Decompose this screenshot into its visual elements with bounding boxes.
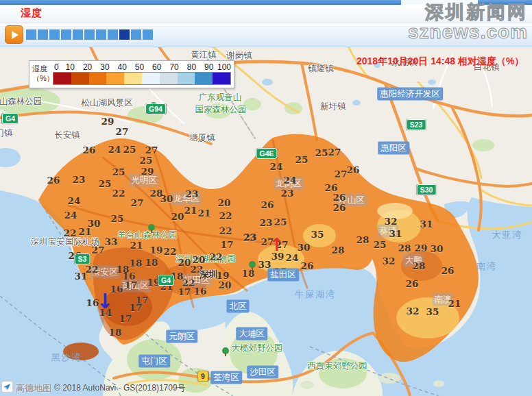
humidity-value: 17	[130, 302, 143, 313]
district-label: 沙田区	[247, 366, 278, 379]
humidity-value: 25	[295, 154, 309, 165]
humidity-value: 25	[315, 147, 328, 158]
humidity-value: 24	[68, 195, 81, 206]
humidity-value: 18	[242, 268, 255, 279]
town-label: 长安镇	[54, 129, 80, 141]
legend-label-line2: （%）	[32, 74, 50, 84]
amap-brand-name: 高德地图	[16, 382, 51, 395]
humidity-value: 18	[109, 327, 122, 338]
humidity-value: 28	[413, 260, 426, 271]
humidity-value: 26	[83, 145, 96, 156]
park-label: 广东观音山	[199, 92, 242, 103]
town-label: 塘厦镇	[189, 132, 215, 144]
humidity-value: 20	[218, 197, 231, 208]
humidity-legend: 湿度 （%） 0102030405060708090100	[29, 60, 234, 88]
legend-tick: 10	[66, 62, 75, 72]
district-label: 荃湾区	[210, 371, 242, 384]
district-label: 盐田区	[267, 269, 299, 282]
humidity-value: 26	[333, 202, 346, 213]
timeline-step[interactable]	[49, 29, 60, 40]
map-attribution: 高德地图 © 2018 AutoNavi - GS(2018)1709号	[1, 381, 186, 395]
humidity-value: 26	[406, 278, 419, 289]
humidity-value: 23	[260, 217, 273, 228]
humidity-value: 35	[426, 306, 439, 317]
timeline-step[interactable]	[131, 29, 141, 40]
humidity-value: 26	[301, 260, 314, 271]
humidity-value: 25	[111, 213, 124, 224]
legend-tick: 100	[217, 62, 231, 72]
legend-swatch	[178, 73, 195, 84]
town-label: 谢岗镇	[226, 50, 252, 62]
water-label: 黑沙湾	[51, 351, 82, 364]
humidity-value: 29	[101, 116, 114, 127]
timeline-step[interactable]	[61, 29, 71, 40]
humidity-value: 23	[73, 174, 86, 185]
water-label: 牛屎湖湾	[295, 288, 336, 301]
humidity-value: 21	[79, 226, 92, 237]
district-label: 北区	[227, 300, 250, 313]
humidity-value: 27	[116, 126, 129, 137]
copyright-text: © 2018 AutoNavi - GS(2018)1709号	[54, 382, 186, 394]
humidity-value: 25	[140, 155, 153, 166]
humidity-value: 29	[415, 243, 428, 253]
humidity-value: 22	[219, 210, 232, 221]
humidity-value: 23	[281, 188, 294, 199]
watermark-line1: 深圳新闻网	[408, 3, 528, 23]
legend-swatch	[142, 73, 160, 84]
humidity-value: 24	[286, 252, 299, 263]
humidity-value: 21	[130, 240, 143, 251]
humidity-value: 17	[125, 280, 138, 290]
timeline-steps	[26, 29, 153, 40]
timeline-step[interactable]	[108, 29, 118, 40]
timeline-step[interactable]	[84, 29, 95, 40]
humidity-value: 28	[356, 234, 370, 245]
humidity-value: 27	[145, 145, 158, 156]
wind-arrow-icon: ↓	[96, 291, 113, 312]
district-label: 惠阳经济开发区	[377, 88, 443, 101]
humidity-value: 24	[64, 210, 77, 221]
play-button[interactable]	[5, 25, 23, 44]
timeline-step[interactable]	[119, 29, 130, 40]
humidity-value: 22	[112, 188, 125, 199]
timeline-step[interactable]	[143, 29, 153, 40]
humidity-value: 26	[333, 192, 346, 203]
humidity-value: 24	[108, 144, 121, 155]
city-label: 深圳	[200, 269, 218, 281]
legend-label-line1: 湿度	[32, 64, 50, 74]
watermark-line2: sznews.com	[408, 23, 528, 42]
district-label: 屯门区	[138, 355, 170, 368]
humidity-value: 24	[284, 175, 297, 186]
watermark: 深圳新闻网 sznews.com	[408, 3, 528, 42]
road-shield: 9	[197, 371, 208, 382]
town-label: 门镇	[0, 127, 13, 139]
district-label: 元朗区	[166, 330, 197, 343]
legend-tick: 50	[135, 62, 144, 72]
legend-tick: 40	[118, 62, 127, 72]
town-label: 新圩镇	[320, 101, 346, 112]
humidity-value: 26	[47, 175, 60, 186]
timeline-step[interactable]	[38, 29, 48, 40]
humidity-value: 25	[112, 166, 125, 177]
humidity-value: 30	[298, 242, 311, 253]
timeline-step[interactable]	[26, 29, 36, 40]
town-label: 黄江镇	[191, 49, 217, 61]
legend-color-scale	[53, 72, 231, 85]
humidity-value: 32	[407, 306, 420, 317]
humidity-value: 24	[270, 161, 283, 172]
timeline-step[interactable]	[73, 29, 83, 40]
water-label: 大亚湾	[492, 229, 523, 241]
legend-label: 湿度 （%）	[32, 62, 50, 85]
humidity-value: 35	[311, 229, 324, 240]
humidity-value: 31	[389, 228, 402, 239]
humidity-value: 25	[274, 216, 287, 227]
timeline-step[interactable]	[96, 29, 106, 40]
humidity-value: 22	[210, 251, 223, 262]
legend-body: 0102030405060708090100	[53, 62, 231, 85]
humidity-value: 23	[244, 232, 257, 243]
humidity-value: 22	[64, 227, 77, 238]
humidity-value: 21	[448, 298, 461, 309]
legend-tick: 60	[152, 62, 161, 72]
legend-tick: 80	[187, 62, 196, 72]
humidity-value: 16	[194, 286, 207, 297]
legend-swatch	[53, 73, 71, 84]
